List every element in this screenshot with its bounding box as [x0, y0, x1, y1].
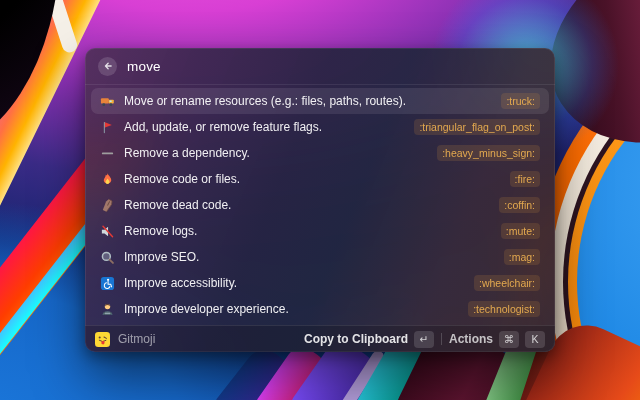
- copy-to-clipboard-label: Copy to Clipboard: [304, 332, 408, 346]
- results-list: Move or rename resources (e.g.: files, p…: [85, 85, 555, 322]
- technologist-icon: [100, 302, 115, 317]
- list-item[interactable]: Add, update, or remove feature flags.:tr…: [91, 114, 549, 140]
- gitmoji-code-tag: :truck:: [501, 93, 540, 109]
- list-item-label: Remove dead code.: [124, 198, 490, 212]
- list-item-label: Move or rename resources (e.g.: files, p…: [124, 94, 492, 108]
- gitmoji-code-tag: :coffin:: [499, 197, 540, 213]
- status-bar: Gitmoji Copy to Clipboard ↵ Actions ⌘ K: [85, 325, 555, 352]
- list-item-label: Remove a dependency.: [124, 146, 428, 160]
- command-key-icon: ⌘: [499, 331, 519, 348]
- list-item-label: Remove code or files.: [124, 172, 501, 186]
- coffin-icon: [100, 198, 115, 213]
- gitmoji-logo-icon: [95, 332, 110, 347]
- list-item-label: Add, update, or remove feature flags.: [124, 120, 405, 134]
- list-item[interactable]: Improve SEO.:mag:: [91, 244, 549, 270]
- gitmoji-code-tag: :mag:: [504, 249, 540, 265]
- gitmoji-code-tag: :heavy_minus_sign:: [437, 145, 540, 161]
- heavy-minus-icon: [100, 146, 115, 161]
- list-item-label: Remove logs.: [124, 224, 492, 238]
- triangular-flag-icon: [100, 120, 115, 135]
- list-item[interactable]: Remove a dependency.:heavy_minus_sign:: [91, 140, 549, 166]
- mute-icon: [100, 224, 115, 239]
- arrow-left-icon: [102, 60, 114, 72]
- truck-icon: [100, 94, 115, 109]
- back-button[interactable]: [98, 57, 117, 76]
- app-name: Gitmoji: [118, 332, 155, 346]
- return-key-icon: ↵: [414, 331, 434, 348]
- actions-label: Actions: [449, 332, 493, 346]
- list-item-label: Improve developer experience.: [124, 302, 459, 316]
- list-item-label: Improve SEO.: [124, 250, 495, 264]
- list-item[interactable]: Remove code or files.:fire:: [91, 166, 549, 192]
- list-item[interactable]: Improve developer experience.:technologi…: [91, 296, 549, 322]
- command-palette-window: move Move or rename resources (e.g.: fil…: [85, 48, 555, 352]
- k-key-icon: K: [525, 331, 545, 348]
- gitmoji-code-tag: :triangular_flag_on_post:: [414, 119, 540, 135]
- fire-icon: [100, 172, 115, 187]
- search-bar: move: [85, 48, 555, 85]
- list-item[interactable]: Move or rename resources (e.g.: files, p…: [91, 88, 549, 114]
- wheelchair-icon: [100, 276, 115, 291]
- search-input[interactable]: move: [127, 59, 161, 74]
- mag-icon: [100, 250, 115, 265]
- gitmoji-code-tag: :mute:: [501, 223, 540, 239]
- list-item[interactable]: Remove logs.:mute:: [91, 218, 549, 244]
- gitmoji-code-tag: :wheelchair:: [474, 275, 540, 291]
- list-item[interactable]: Remove dead code.:coffin:: [91, 192, 549, 218]
- footer-divider: [441, 333, 442, 345]
- list-item-label: Improve accessibility.: [124, 276, 465, 290]
- copy-to-clipboard-button[interactable]: Copy to Clipboard ↵: [304, 331, 434, 348]
- list-item[interactable]: Improve accessibility.:wheelchair:: [91, 270, 549, 296]
- gitmoji-code-tag: :fire:: [510, 171, 540, 187]
- gitmoji-code-tag: :technologist:: [468, 301, 540, 317]
- actions-button[interactable]: Actions ⌘ K: [449, 331, 545, 348]
